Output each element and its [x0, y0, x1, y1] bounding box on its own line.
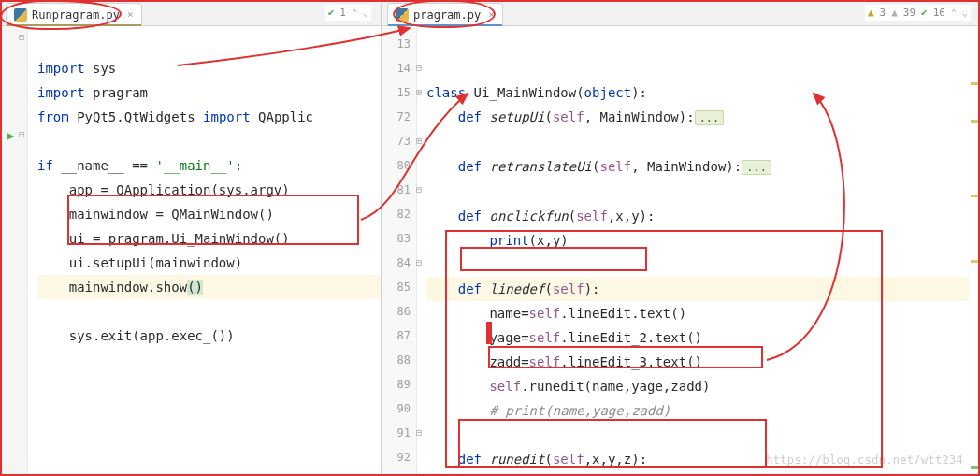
- inspection-status-right[interactable]: ▲3 ▲39 ✔16 ⌃ ⌄: [865, 5, 971, 21]
- editor-body-left: ⊟ ▶ ⊟ import sys import pragram from PyQ…: [0, 26, 381, 476]
- gutter-right[interactable]: 13 14 15 72 73 80 81 82 83 84 85 86 87 8…: [382, 26, 417, 476]
- editor-body-right: 13 14 15 72 73 80 81 82 83 84 85 86 87 8…: [382, 26, 980, 476]
- fold-ellipsis[interactable]: ...: [742, 160, 771, 175]
- error-stripe[interactable]: [969, 26, 980, 476]
- fold-ellipsis[interactable]: ...: [695, 110, 725, 125]
- close-icon[interactable]: ×: [127, 8, 134, 21]
- tab-strip-left: Runpragram.py ×: [0, 0, 381, 26]
- tab-label: Runpragram.py: [32, 8, 120, 22]
- chevron-down-icon[interactable]: ⌄: [363, 7, 368, 18]
- fold-icon[interactable]: ⊟: [19, 32, 24, 42]
- split-editor: Runpragram.py × ✔1 ⌃ ⌄ ⊟ ▶ ⊟ import sys …: [0, 0, 980, 476]
- inspection-status-left[interactable]: ✔1 ⌃ ⌄: [325, 5, 371, 21]
- check-icon: ✔: [921, 7, 928, 19]
- python-file-icon: [396, 8, 409, 22]
- check-count: 1: [339, 7, 346, 19]
- check-icon: ✔: [328, 7, 335, 19]
- gutter-icons-left: ⊟ ▶ ⊟: [0, 26, 28, 476]
- weak-warning-icon: ▲: [891, 7, 898, 19]
- tab-pragram[interactable]: pragram.py ×: [387, 3, 503, 25]
- watermark: https://blog.csdn.net/wtt234: [766, 454, 963, 467]
- close-icon[interactable]: ×: [488, 8, 495, 21]
- code-area-right[interactable]: class Ui_MainWindow(object): def setupUi…: [417, 26, 980, 476]
- python-file-icon: [14, 8, 27, 22]
- warning-count-b: 39: [903, 7, 915, 19]
- run-icon[interactable]: ▶: [7, 129, 14, 142]
- warning-icon: ▲: [868, 7, 874, 19]
- code-area-left[interactable]: import sys import pragram from PyQt5.QtW…: [28, 26, 381, 476]
- fold-icon[interactable]: ⊟: [19, 129, 24, 139]
- editor-pane-left: Runpragram.py × ✔1 ⌃ ⌄ ⊟ ▶ ⊟ import sys …: [0, 0, 382, 476]
- chevron-down-icon[interactable]: ⌄: [962, 7, 968, 18]
- tab-label: pragram.py: [413, 8, 481, 22]
- check-count: 16: [933, 7, 945, 19]
- tab-runpragram[interactable]: Runpragram.py ×: [6, 3, 142, 25]
- chevron-up-icon[interactable]: ⌃: [951, 7, 957, 18]
- warning-count-a: 3: [880, 7, 886, 19]
- chevron-up-icon[interactable]: ⌃: [352, 7, 357, 18]
- editor-pane-right: pragram.py × ▲3 ▲39 ✔16 ⌃ ⌄ 13 14 15 72 …: [382, 0, 980, 476]
